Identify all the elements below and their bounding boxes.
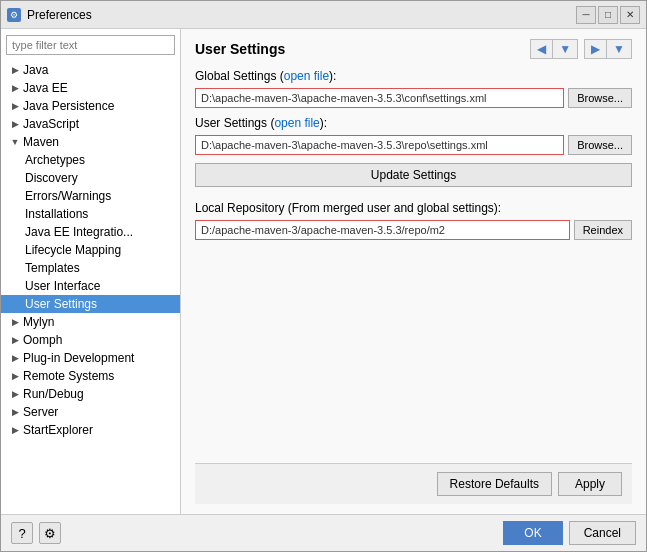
sidebar-item-javascript[interactable]: ▶ JavaScript (1, 115, 180, 133)
chevron-icon: ▶ (9, 316, 21, 328)
content-area: ▶ Java ▶ Java EE ▶ Java Persistence ▶ Ja… (1, 29, 646, 514)
tree-container: ▶ Java ▶ Java EE ▶ Java Persistence ▶ Ja… (1, 61, 180, 514)
user-settings-label: User Settings (open file): (195, 116, 632, 130)
chevron-icon: ▶ (9, 388, 21, 400)
sidebar-item-label: User Settings (25, 297, 97, 311)
chevron-icon: ▶ (9, 64, 21, 76)
sidebar-item-label: Remote Systems (23, 369, 114, 383)
preferences-window: ⚙ Preferences ─ □ ✕ ▶ Java ▶ Java EE (0, 0, 647, 552)
sidebar-item-label: Java Persistence (23, 99, 114, 113)
sidebar-item-startexplorer[interactable]: ▶ StartExplorer (1, 421, 180, 439)
bottom-bar: Restore Defaults Apply (195, 463, 632, 504)
maximize-button[interactable]: □ (598, 6, 618, 24)
chevron-icon: ▶ (9, 334, 21, 346)
sidebar-item-maven[interactable]: ▼ Maven (1, 133, 180, 151)
main-panel: User Settings ◀ ▼ ▶ ▼ Global Settings (o… (181, 29, 646, 514)
sidebar-item-label: Discovery (25, 171, 78, 185)
cancel-button[interactable]: Cancel (569, 521, 636, 545)
sidebar-item-label: Mylyn (23, 315, 54, 329)
sidebar-item-user-interface[interactable]: User Interface (1, 277, 180, 295)
sidebar-item-installations[interactable]: Installations (1, 205, 180, 223)
global-open-file-link[interactable]: open file (284, 69, 329, 83)
global-settings-label: Global Settings (open file): (195, 69, 632, 83)
sidebar-item-archetypes[interactable]: Archetypes (1, 151, 180, 169)
settings-icon-button[interactable]: ⚙ (39, 522, 61, 544)
sidebar-item-java[interactable]: ▶ Java (1, 61, 180, 79)
forward-dropdown[interactable]: ▼ (607, 40, 631, 58)
sidebar-item-java-ee-integration[interactable]: Java EE Integratio... (1, 223, 180, 241)
window-title: Preferences (27, 8, 576, 22)
sidebar-item-java-ee[interactable]: ▶ Java EE (1, 79, 180, 97)
sidebar-item-label: Archetypes (25, 153, 85, 167)
title-bar: ⚙ Preferences ─ □ ✕ (1, 1, 646, 29)
sidebar-item-remote-systems[interactable]: ▶ Remote Systems (1, 367, 180, 385)
user-settings-input[interactable] (195, 135, 564, 155)
user-browse-button[interactable]: Browse... (568, 135, 632, 155)
sidebar-item-java-persistence[interactable]: ▶ Java Persistence (1, 97, 180, 115)
minimize-button[interactable]: ─ (576, 6, 596, 24)
chevron-icon: ▶ (9, 424, 21, 436)
chevron-icon: ▼ (9, 136, 21, 148)
sidebar-item-lifecycle-mapping[interactable]: Lifecycle Mapping (1, 241, 180, 259)
back-dropdown[interactable]: ▼ (553, 40, 577, 58)
panel-title: User Settings (195, 41, 285, 57)
sidebar-item-label: Lifecycle Mapping (25, 243, 121, 257)
sidebar-item-label: Server (23, 405, 58, 419)
sidebar-item-templates[interactable]: Templates (1, 259, 180, 277)
sidebar-item-label: JavaScript (23, 117, 79, 131)
ok-button[interactable]: OK (503, 521, 562, 545)
local-repo-label: Local Repository (From merged user and g… (195, 201, 632, 215)
sidebar-item-label: Templates (25, 261, 80, 275)
sidebar-item-plugin-development[interactable]: ▶ Plug-in Development (1, 349, 180, 367)
nav-button-group-2: ▶ ▼ (584, 39, 632, 59)
global-browse-button[interactable]: Browse... (568, 88, 632, 108)
sidebar-item-oomph[interactable]: ▶ Oomph (1, 331, 180, 349)
local-repo-row: Reindex (195, 220, 632, 240)
user-open-file-link[interactable]: open file (274, 116, 319, 130)
window-controls: ─ □ ✕ (576, 6, 640, 24)
nav-buttons: ◀ ▼ ▶ ▼ (530, 39, 632, 59)
sidebar: ▶ Java ▶ Java EE ▶ Java Persistence ▶ Ja… (1, 29, 181, 514)
chevron-icon: ▶ (9, 406, 21, 418)
footer-bar: ? ⚙ OK Cancel (1, 514, 646, 551)
sidebar-item-user-settings[interactable]: User Settings (1, 295, 180, 313)
help-button[interactable]: ? (11, 522, 33, 544)
chevron-icon: ▶ (9, 118, 21, 130)
sidebar-item-label: Plug-in Development (23, 351, 134, 365)
sidebar-item-label: Oomph (23, 333, 62, 347)
chevron-icon: ▶ (9, 370, 21, 382)
sidebar-item-mylyn[interactable]: ▶ Mylyn (1, 313, 180, 331)
chevron-icon: ▶ (9, 82, 21, 94)
restore-defaults-button[interactable]: Restore Defaults (437, 472, 552, 496)
footer-left-buttons: ? ⚙ (11, 522, 61, 544)
nav-button-group: ◀ ▼ (530, 39, 578, 59)
sidebar-item-label: Run/Debug (23, 387, 84, 401)
sidebar-item-label: Java (23, 63, 48, 77)
sidebar-item-errors-warnings[interactable]: Errors/Warnings (1, 187, 180, 205)
sidebar-item-run-debug[interactable]: ▶ Run/Debug (1, 385, 180, 403)
sidebar-item-label: Maven (23, 135, 59, 149)
update-settings-button[interactable]: Update Settings (195, 163, 632, 187)
forward-button[interactable]: ▶ (585, 40, 607, 58)
local-repo-input[interactable] (195, 220, 570, 240)
window-icon: ⚙ (7, 8, 21, 22)
sidebar-item-label: Java EE Integratio... (25, 225, 133, 239)
filter-input[interactable] (6, 35, 175, 55)
user-settings-row: Browse... (195, 135, 632, 155)
panel-header: User Settings ◀ ▼ ▶ ▼ (195, 39, 632, 59)
global-settings-input[interactable] (195, 88, 564, 108)
sidebar-item-discovery[interactable]: Discovery (1, 169, 180, 187)
global-settings-row: Browse... (195, 88, 632, 108)
reindex-button[interactable]: Reindex (574, 220, 632, 240)
sidebar-item-label: Java EE (23, 81, 68, 95)
sidebar-item-label: User Interface (25, 279, 100, 293)
sidebar-item-label: StartExplorer (23, 423, 93, 437)
chevron-icon: ▶ (9, 100, 21, 112)
sidebar-item-label: Errors/Warnings (25, 189, 111, 203)
close-button[interactable]: ✕ (620, 6, 640, 24)
apply-button[interactable]: Apply (558, 472, 622, 496)
sidebar-item-label: Installations (25, 207, 88, 221)
chevron-icon: ▶ (9, 352, 21, 364)
back-button[interactable]: ◀ (531, 40, 553, 58)
sidebar-item-server[interactable]: ▶ Server (1, 403, 180, 421)
